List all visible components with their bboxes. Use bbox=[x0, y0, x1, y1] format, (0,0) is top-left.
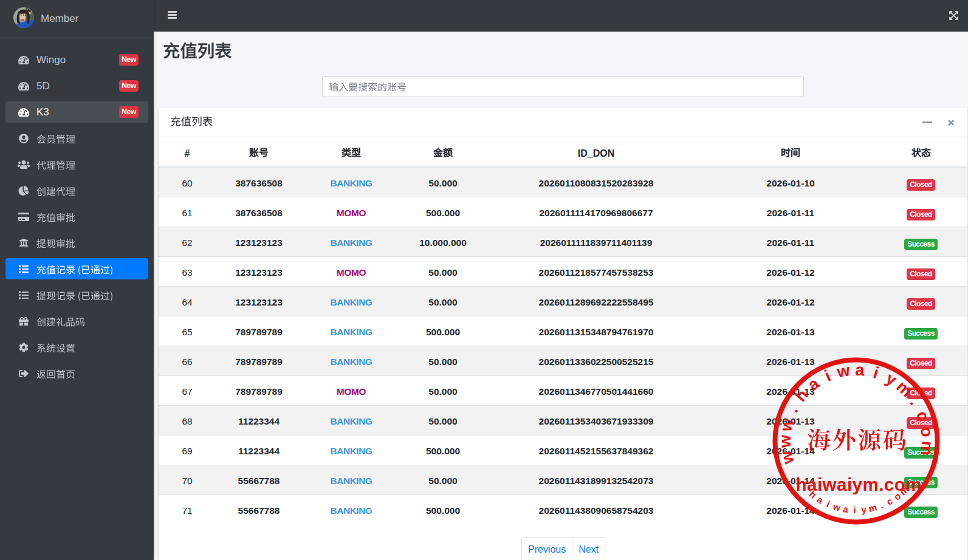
svg-text:y: y bbox=[860, 504, 867, 515]
svg-text:a: a bbox=[855, 361, 865, 380]
svg-text:w: w bbox=[831, 501, 842, 513]
svg-text:c: c bbox=[913, 409, 933, 424]
svg-text:i: i bbox=[871, 363, 881, 382]
svg-text:a: a bbox=[815, 494, 826, 505]
svg-text:m: m bbox=[917, 440, 936, 457]
svg-text:i: i bbox=[825, 499, 832, 509]
svg-text:m: m bbox=[867, 502, 877, 514]
svg-text:.: . bbox=[878, 500, 884, 510]
svg-text:i: i bbox=[822, 367, 834, 385]
svg-text:w: w bbox=[776, 434, 794, 448]
svg-text:c: c bbox=[885, 496, 894, 507]
svg-text:a: a bbox=[805, 374, 823, 394]
svg-text:w: w bbox=[777, 449, 798, 466]
svg-text:haiwaiym.com: haiwaiym.com bbox=[796, 474, 922, 494]
svg-text:a: a bbox=[842, 504, 849, 514]
svg-text:.: . bbox=[907, 394, 924, 408]
svg-text:o: o bbox=[917, 426, 936, 438]
svg-text:.: . bbox=[783, 403, 802, 415]
svg-text:w: w bbox=[777, 416, 797, 434]
svg-text:w: w bbox=[835, 361, 852, 381]
svg-text:i: i bbox=[853, 505, 856, 515]
